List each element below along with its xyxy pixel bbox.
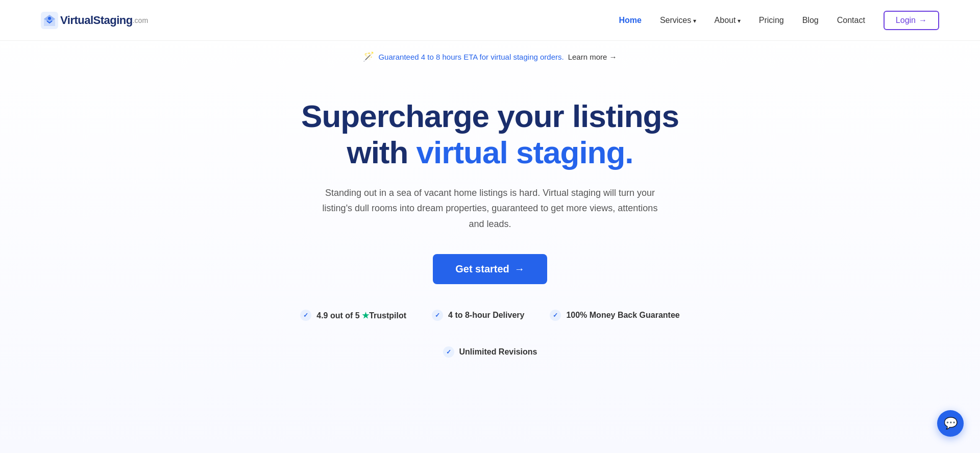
check-icon-money-back: ✓ — [550, 310, 561, 321]
logo-icon — [41, 12, 58, 29]
chat-icon: 💬 — [944, 417, 958, 430]
login-arrow-icon: → — [919, 16, 927, 25]
hero-section: Supercharge your listings with virtual s… — [260, 67, 720, 378]
announcement-link-text: Learn more — [568, 53, 607, 61]
trust-badge-revisions-text: Unlimited Revisions — [459, 347, 537, 357]
get-started-button[interactable]: Get started → — [433, 254, 547, 284]
trust-badge-money-back-text: 100% Money Back Guarantee — [566, 311, 679, 320]
nav-link-contact[interactable]: Contact — [837, 16, 865, 24]
login-label: Login — [896, 16, 916, 25]
trust-badge-delivery: ✓ 4 to 8-hour Delivery — [432, 310, 524, 321]
nav-link-home[interactable]: Home — [619, 16, 641, 24]
announcement-text: Guaranteed 4 to 8 hours ETA for virtual … — [378, 53, 564, 61]
cta-label: Get started — [455, 263, 509, 275]
svg-point-1 — [48, 17, 51, 20]
check-icon-delivery: ✓ — [432, 310, 443, 321]
check-icon-trustpilot: ✓ — [300, 310, 311, 321]
trust-badge-trustpilot-text: 4.9 out of 5 ★Trustpilot — [316, 311, 406, 320]
nav-item-home[interactable]: Home — [619, 16, 641, 25]
nav-item-login[interactable]: Login → — [884, 11, 939, 30]
check-icon-revisions: ✓ — [443, 346, 454, 358]
hero-subtitle: Standing out in a sea of vacant home lis… — [316, 185, 664, 232]
announcement-link[interactable]: Learn more → — [568, 53, 617, 61]
announcement-link-arrow: → — [609, 53, 617, 61]
navbar-links: Home Services About Pricing Blog Contact… — [619, 11, 939, 30]
nav-item-blog[interactable]: Blog — [802, 16, 819, 25]
logo-brand-name: VirtualStaging — [60, 14, 133, 27]
trust-badge-trustpilot: ✓ 4.9 out of 5 ★Trustpilot — [300, 310, 406, 321]
nav-item-contact[interactable]: Contact — [837, 16, 865, 25]
trust-badge-money-back: ✓ 100% Money Back Guarantee — [550, 310, 679, 321]
navbar: VirtualStaging .com Home Services About … — [0, 0, 980, 41]
nav-link-blog[interactable]: Blog — [802, 16, 819, 24]
trustpilot-star-icon: ★ — [362, 311, 369, 320]
nav-link-about[interactable]: About — [715, 16, 741, 24]
announcement-banner: 🪄 Guaranteed 4 to 8 hours ETA for virtua… — [0, 41, 980, 67]
login-button[interactable]: Login → — [884, 11, 939, 30]
trust-badge-revisions: ✓ Unlimited Revisions — [443, 346, 537, 358]
nav-item-pricing[interactable]: Pricing — [759, 16, 784, 25]
nav-link-pricing[interactable]: Pricing — [759, 16, 784, 24]
nav-link-services[interactable]: Services — [660, 16, 696, 24]
nav-item-about[interactable]: About — [715, 16, 741, 25]
hero-title: Supercharge your listings with virtual s… — [271, 98, 709, 171]
trust-badge-delivery-text: 4 to 8-hour Delivery — [448, 311, 524, 320]
announcement-emoji: 🪄 — [363, 51, 374, 62]
logo-link[interactable]: VirtualStaging .com — [41, 12, 148, 29]
hero-title-highlight: virtual staging. — [416, 135, 633, 170]
logo-tld: .com — [133, 16, 148, 24]
cta-arrow-icon: → — [514, 263, 525, 275]
chat-bubble[interactable]: 💬 — [937, 410, 964, 437]
nav-item-services[interactable]: Services — [660, 16, 696, 25]
trust-badges-container: ✓ 4.9 out of 5 ★Trustpilot ✓ 4 to 8-hour… — [271, 310, 709, 358]
